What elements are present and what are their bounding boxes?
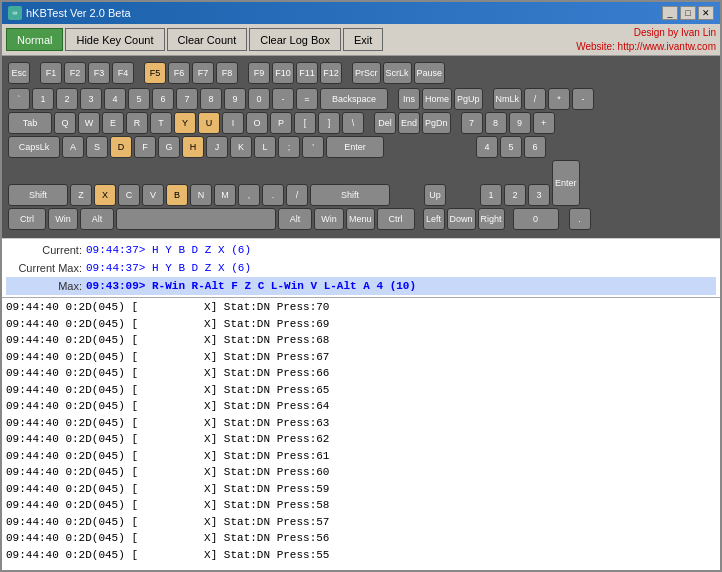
key-u[interactable]: U: [198, 112, 220, 134]
key-rbracket[interactable]: ]: [318, 112, 340, 134]
hide-count-button[interactable]: Hide Key Count: [65, 28, 164, 51]
key-prtscr[interactable]: PrScr: [352, 62, 381, 84]
key-x[interactable]: X: [94, 184, 116, 206]
key-k[interactable]: K: [230, 136, 252, 158]
key-o[interactable]: O: [246, 112, 268, 134]
key-a[interactable]: A: [62, 136, 84, 158]
key-f10[interactable]: F10: [272, 62, 294, 84]
key-r[interactable]: R: [126, 112, 148, 134]
key-num5[interactable]: 5: [500, 136, 522, 158]
key-backslash[interactable]: \: [342, 112, 364, 134]
close-button[interactable]: ✕: [698, 6, 714, 20]
key-num9[interactable]: 9: [509, 112, 531, 134]
key-p[interactable]: P: [270, 112, 292, 134]
key-8[interactable]: 8: [200, 88, 222, 110]
key-y[interactable]: Y: [174, 112, 196, 134]
key-num-minus[interactable]: -: [572, 88, 594, 110]
key-left[interactable]: Left: [423, 208, 445, 230]
key-menu[interactable]: Menu: [346, 208, 375, 230]
key-f6[interactable]: F6: [168, 62, 190, 84]
key-f4[interactable]: F4: [112, 62, 134, 84]
key-capslock[interactable]: CapsLk: [8, 136, 60, 158]
key-6[interactable]: 6: [152, 88, 174, 110]
key-f8[interactable]: F8: [216, 62, 238, 84]
key-numdot[interactable]: .: [569, 208, 591, 230]
key-g[interactable]: G: [158, 136, 180, 158]
key-rctrl[interactable]: Ctrl: [377, 208, 415, 230]
key-d[interactable]: D: [110, 136, 132, 158]
key-quote[interactable]: ': [302, 136, 324, 158]
key-down[interactable]: Down: [447, 208, 476, 230]
key-num8[interactable]: 8: [485, 112, 507, 134]
key-backtick[interactable]: `: [8, 88, 30, 110]
key-e[interactable]: E: [102, 112, 124, 134]
key-home[interactable]: Home: [422, 88, 452, 110]
key-f2[interactable]: F2: [64, 62, 86, 84]
key-0[interactable]: 0: [248, 88, 270, 110]
key-num2[interactable]: 2: [504, 184, 526, 206]
key-l[interactable]: L: [254, 136, 276, 158]
key-numlk[interactable]: NmLk: [493, 88, 523, 110]
key-num3[interactable]: 3: [528, 184, 550, 206]
key-right[interactable]: Right: [478, 208, 505, 230]
key-lshift[interactable]: Shift: [8, 184, 68, 206]
key-rwin[interactable]: Win: [314, 208, 344, 230]
key-num6[interactable]: 6: [524, 136, 546, 158]
key-end[interactable]: End: [398, 112, 420, 134]
key-4[interactable]: 4: [104, 88, 126, 110]
key-scrlk[interactable]: ScrLk: [383, 62, 412, 84]
key-lbracket[interactable]: [: [294, 112, 316, 134]
key-5[interactable]: 5: [128, 88, 150, 110]
key-z[interactable]: Z: [70, 184, 92, 206]
key-f[interactable]: F: [134, 136, 156, 158]
key-lalt[interactable]: Alt: [80, 208, 114, 230]
key-pgdn[interactable]: PgDn: [422, 112, 451, 134]
key-rshift[interactable]: Shift: [310, 184, 390, 206]
key-1[interactable]: 1: [32, 88, 54, 110]
key-f5[interactable]: F5: [144, 62, 166, 84]
normal-button[interactable]: Normal: [6, 28, 63, 51]
key-period[interactable]: .: [262, 184, 284, 206]
key-v[interactable]: V: [142, 184, 164, 206]
key-num-star[interactable]: *: [548, 88, 570, 110]
key-w[interactable]: W: [78, 112, 100, 134]
key-equals[interactable]: =: [296, 88, 318, 110]
key-lwin[interactable]: Win: [48, 208, 78, 230]
key-f7[interactable]: F7: [192, 62, 214, 84]
key-backspace[interactable]: Backspace: [320, 88, 388, 110]
key-f1[interactable]: F1: [40, 62, 62, 84]
key-enter[interactable]: Enter: [326, 136, 384, 158]
key-b[interactable]: B: [166, 184, 188, 206]
key-ralt[interactable]: Alt: [278, 208, 312, 230]
key-f3[interactable]: F3: [88, 62, 110, 84]
key-num-slash[interactable]: /: [524, 88, 546, 110]
key-num0[interactable]: 0: [513, 208, 559, 230]
key-t[interactable]: T: [150, 112, 172, 134]
key-f11[interactable]: F11: [296, 62, 318, 84]
clear-log-button[interactable]: Clear Log Box: [249, 28, 341, 51]
key-num1[interactable]: 1: [480, 184, 502, 206]
key-comma[interactable]: ,: [238, 184, 260, 206]
key-num4[interactable]: 4: [476, 136, 498, 158]
log-scroll[interactable]: 09:44:40 0:2D(045) [ X] Stat:DN Press:70…: [2, 298, 720, 570]
key-2[interactable]: 2: [56, 88, 78, 110]
key-num7[interactable]: 7: [461, 112, 483, 134]
minimize-button[interactable]: _: [662, 6, 678, 20]
key-esc[interactable]: Esc: [8, 62, 30, 84]
exit-button[interactable]: Exit: [343, 28, 383, 51]
key-s[interactable]: S: [86, 136, 108, 158]
key-del[interactable]: Del: [374, 112, 396, 134]
key-tab[interactable]: Tab: [8, 112, 52, 134]
key-ins[interactable]: Ins: [398, 88, 420, 110]
key-up[interactable]: Up: [424, 184, 446, 206]
key-pause[interactable]: Pause: [414, 62, 446, 84]
key-pgup[interactable]: PgUp: [454, 88, 483, 110]
key-q[interactable]: Q: [54, 112, 76, 134]
key-minus[interactable]: -: [272, 88, 294, 110]
key-7[interactable]: 7: [176, 88, 198, 110]
key-i[interactable]: I: [222, 112, 244, 134]
maximize-button[interactable]: □: [680, 6, 696, 20]
key-f9[interactable]: F9: [248, 62, 270, 84]
key-9[interactable]: 9: [224, 88, 246, 110]
key-numenter[interactable]: Enter: [552, 160, 580, 206]
